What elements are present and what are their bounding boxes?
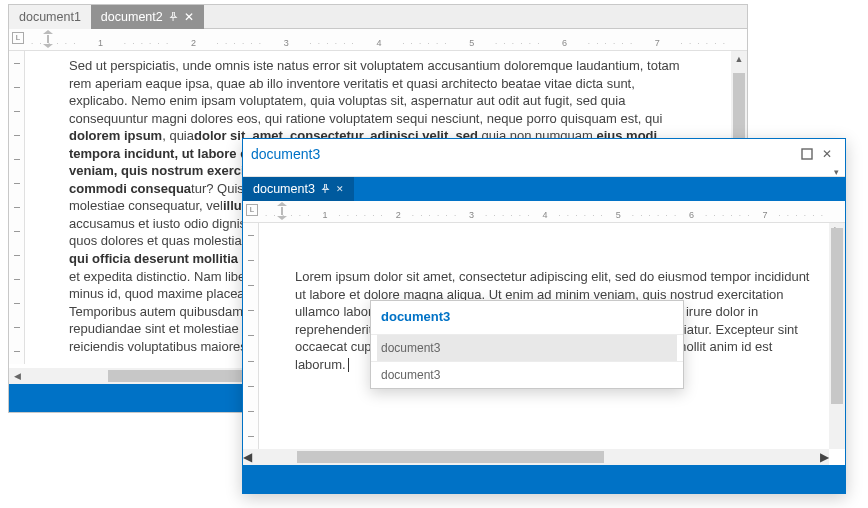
- tab-document2[interactable]: document2 ✕: [91, 5, 204, 29]
- window-title: document3: [251, 146, 320, 162]
- horizontal-ruler[interactable]: L: [9, 29, 747, 51]
- close-icon[interactable]: ✕: [184, 10, 194, 24]
- ruler-corner-icon: L: [246, 204, 258, 216]
- ruler-ticks: [265, 201, 825, 222]
- document-switcher-popup: document3 document3 document3: [370, 300, 684, 389]
- vertical-scrollbar[interactable]: ▲ ▼: [829, 223, 845, 449]
- tab-document1[interactable]: document1: [9, 5, 91, 29]
- status-bar: [243, 465, 845, 493]
- tab-label: document2: [101, 10, 163, 24]
- scroll-track[interactable]: [252, 449, 820, 465]
- scroll-thumb[interactable]: [108, 370, 246, 382]
- horizontal-scrollbar[interactable]: ◀ ▶: [243, 449, 829, 465]
- scroll-left-icon[interactable]: ◀: [243, 450, 252, 464]
- horizontal-ruler[interactable]: L: [243, 201, 845, 223]
- close-icon[interactable]: ✕: [336, 184, 344, 194]
- scroll-left-icon[interactable]: ◀: [9, 368, 25, 384]
- scroll-up-icon[interactable]: ▲: [731, 51, 747, 67]
- tab-label: document3: [253, 182, 315, 196]
- vertical-ruler[interactable]: [9, 51, 25, 364]
- switcher-item[interactable]: document3: [371, 362, 683, 388]
- switcher-title: document3: [371, 301, 683, 335]
- tab-strip: document1 document2 ✕: [9, 5, 747, 29]
- tab-label: document1: [19, 10, 81, 24]
- float-tab-strip: document3 ✕: [243, 177, 845, 201]
- vertical-ruler[interactable]: [243, 223, 259, 449]
- scroll-thumb[interactable]: [297, 451, 604, 463]
- text-caret: [348, 358, 349, 372]
- close-icon[interactable]: ✕: [817, 144, 837, 164]
- scroll-thumb[interactable]: [831, 228, 843, 404]
- dropdown-icon[interactable]: ▾: [834, 167, 839, 177]
- ruler-corner-icon: L: [12, 32, 24, 44]
- window-titlebar[interactable]: document3 ✕: [243, 139, 845, 169]
- scroll-right-icon[interactable]: ▶: [820, 450, 829, 464]
- pin-icon[interactable]: [169, 12, 178, 23]
- maximize-icon[interactable]: [797, 144, 817, 164]
- svg-rect-1: [802, 149, 812, 159]
- float-menubar: ▾: [243, 169, 845, 177]
- float-tab-document3[interactable]: document3 ✕: [243, 177, 354, 201]
- pin-icon[interactable]: [321, 184, 330, 195]
- ruler-ticks: [31, 29, 727, 50]
- switcher-item[interactable]: document3: [377, 335, 677, 361]
